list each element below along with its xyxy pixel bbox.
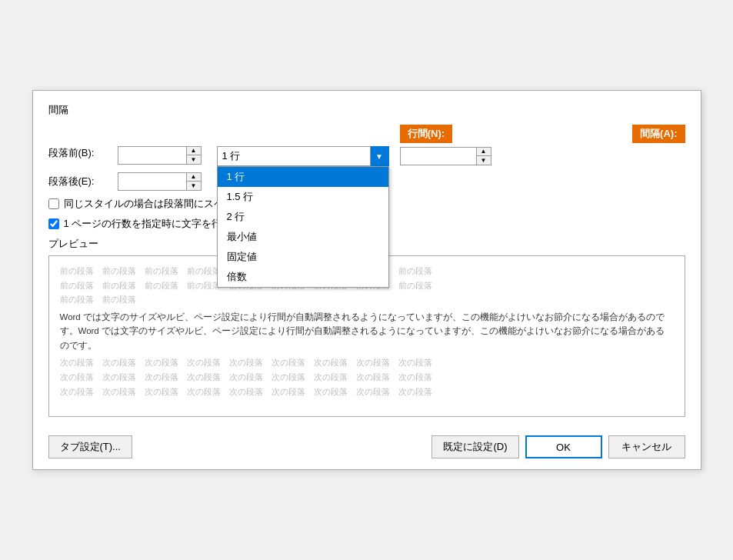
default-settings-button[interactable]: 既定に設定(D) [431, 435, 518, 458]
dropdown-option-fixed[interactable]: 固定値 [218, 247, 388, 267]
interval-input[interactable] [400, 147, 477, 165]
dropdown-option-2[interactable]: 2 行 [218, 207, 388, 227]
before-up-btn[interactable]: ▲ [187, 147, 201, 155]
before-input[interactable]: 0 行 [118, 146, 187, 165]
section-spacing-title: 間隔 [48, 103, 685, 117]
dropdown-arrow-btn[interactable]: ▼ [371, 146, 389, 166]
after-input[interactable]: 0 行 [118, 172, 187, 191]
after-label: 段落後(E): [48, 175, 118, 188]
before-down-btn[interactable]: ▼ [187, 155, 201, 164]
line-spacing-dropdown-list: 1 行 1.5 行 2 行 最小値 固定値 倍数 [217, 166, 389, 288]
after-up-btn[interactable]: ▲ [187, 173, 201, 182]
interval-down-btn[interactable]: ▼ [477, 156, 491, 165]
preview-main-text: Word では文字のサイズやルビ、ページ設定により行間が自動調整されるようになっ… [60, 310, 674, 352]
cancel-button[interactable]: キャンセル [608, 435, 685, 458]
ok-button[interactable]: OK [525, 435, 602, 458]
grid-align-checkbox[interactable] [48, 218, 59, 229]
paragraph-dialog: 間隔 行間(N): 間隔(A): 段落前(B): 0 行 ▲ ▼ 1 行 [32, 90, 701, 470]
tab-settings-button[interactable]: タブ設定(T)... [48, 435, 132, 458]
preview-next-text: 次の段落 次の段落 次の段落 次の段落 次の段落 次の段落 次の段落 次の段落 … [60, 355, 674, 398]
line-spacing-display[interactable]: 1 行 [217, 146, 371, 166]
dropdown-option-multiple[interactable]: 倍数 [218, 267, 388, 287]
dialog-footer: タブ設定(T)... 既定に設定(D) OK キャンセル [48, 428, 685, 458]
dropdown-option-1-5[interactable]: 1.5 行 [218, 187, 388, 207]
after-spinner: ▲ ▼ [187, 172, 202, 191]
same-style-checkbox[interactable] [48, 198, 59, 209]
dropdown-option-1[interactable]: 1 行 [218, 167, 388, 187]
interval-header: 間隔(A): [632, 125, 685, 143]
line-spacing-header: 行間(N): [400, 125, 452, 143]
interval-up-btn[interactable]: ▲ [477, 148, 491, 156]
after-down-btn[interactable]: ▼ [187, 182, 201, 190]
footer-left-buttons: タブ設定(T)... [48, 435, 132, 458]
footer-right-buttons: 既定に設定(D) OK キャンセル [431, 435, 685, 458]
before-spinner: ▲ ▼ [187, 146, 202, 165]
before-label: 段落前(B): [48, 146, 118, 160]
dropdown-option-min[interactable]: 最小値 [218, 227, 388, 247]
interval-spinner: ▲ ▼ [477, 147, 491, 165]
